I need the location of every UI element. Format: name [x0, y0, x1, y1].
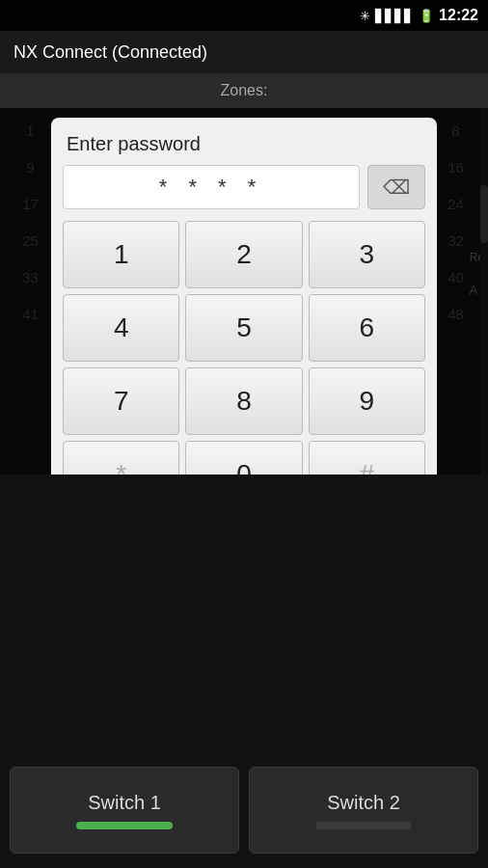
numpad-key-star: * — [63, 441, 179, 475]
numpad-key-1[interactable]: 1 — [63, 221, 179, 288]
pin-input-row: * * * * ⌫ — [63, 165, 425, 209]
numpad-key-0[interactable]: 0 — [185, 441, 302, 475]
bottom-switches: Switch 1 Switch 2 — [0, 752, 488, 868]
signal-icon: ▋▋▋▋ — [375, 9, 414, 23]
dialog-title: Enter password — [63, 133, 425, 155]
numpad-key-4[interactable]: 4 — [63, 294, 179, 362]
zones-label: Zones: — [221, 82, 268, 99]
password-dialog: Enter password * * * * ⌫ 1 2 3 4 5 6 7 8… — [51, 118, 437, 475]
title-bar: NX Connect (Connected) — [0, 31, 488, 73]
numpad-key-5[interactable]: 5 — [185, 294, 302, 362]
numpad-key-3[interactable]: 3 — [309, 221, 425, 288]
status-icons: ✳ ▋▋▋▋ 🔋 12:22 — [360, 7, 478, 24]
switch-1-indicator — [76, 822, 173, 829]
battery-icon: 🔋 — [419, 9, 434, 23]
switch-2-button[interactable]: Switch 2 — [249, 767, 478, 854]
password-overlay: Enter password * * * * ⌫ 1 2 3 4 5 6 7 8… — [0, 108, 488, 475]
pin-display: * * * * — [63, 165, 360, 209]
backspace-button[interactable]: ⌫ — [367, 165, 425, 209]
numpad: 1 2 3 4 5 6 7 8 9 * 0 # — [63, 221, 425, 475]
status-bar: ✳ ▋▋▋▋ 🔋 12:22 — [0, 0, 488, 31]
switch-2-label: Switch 2 — [327, 792, 400, 814]
bluetooth-icon: ✳ — [360, 9, 370, 23]
numpad-key-7[interactable]: 7 — [63, 367, 179, 435]
switch-2-indicator — [315, 822, 412, 829]
grid-overlay-area: 1 2 3 4 5 6 7 8 9 10 11 12 13 14 15 16 1… — [0, 108, 488, 475]
zones-bar: Zones: — [0, 73, 488, 108]
switch-1-label: Switch 1 — [88, 792, 161, 814]
clock: 12:22 — [439, 7, 478, 24]
app-title: NX Connect (Connected) — [14, 42, 207, 63]
numpad-key-2[interactable]: 2 — [185, 221, 302, 288]
numpad-key-9[interactable]: 9 — [309, 367, 425, 435]
numpad-key-hash: # — [309, 441, 425, 475]
switch-1-button[interactable]: Switch 1 — [10, 767, 239, 854]
backspace-icon: ⌫ — [383, 176, 410, 199]
numpad-key-8[interactable]: 8 — [185, 367, 302, 435]
numpad-key-6[interactable]: 6 — [309, 294, 425, 362]
